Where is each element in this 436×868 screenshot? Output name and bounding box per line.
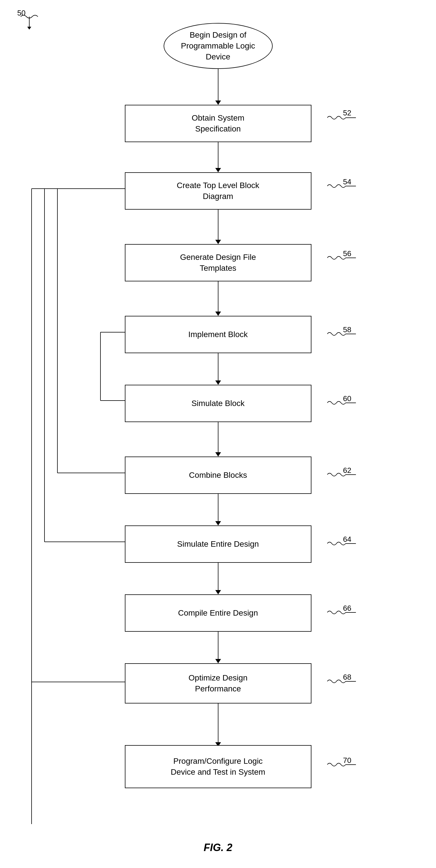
svg-marker-11 (215, 452, 221, 457)
block-52: Obtain System Specification (125, 105, 311, 142)
svg-marker-1 (215, 100, 221, 105)
ref-label-68: 68 (343, 673, 351, 682)
block-start: Begin Design of Programmable Logic Devic… (164, 23, 273, 69)
ref-label-66: 66 (343, 604, 351, 613)
block-56: Generate Design File Templates (125, 244, 311, 281)
ref-label-56: 56 (343, 249, 351, 258)
svg-marker-9 (215, 380, 221, 385)
block-64: Simulate Entire Design (125, 525, 311, 563)
ref-label-54: 54 (343, 178, 351, 186)
svg-marker-17 (215, 659, 221, 663)
svg-marker-7 (215, 312, 221, 316)
ref-label-52: 52 (343, 108, 351, 118)
svg-marker-3 (215, 168, 221, 172)
svg-marker-13 (215, 521, 221, 525)
block-62: Combine Blocks (125, 457, 311, 494)
ref-label-62: 62 (343, 466, 351, 475)
block-60: Simulate Block (125, 385, 311, 422)
svg-marker-5 (215, 240, 221, 244)
block-70: Program/Configure Logic Device and Test … (125, 745, 311, 788)
svg-marker-15 (215, 590, 221, 594)
ref-label-60: 60 (343, 394, 351, 403)
ref-label-64: 64 (343, 535, 351, 544)
figure-label: FIG. 2 (204, 842, 232, 854)
flowchart-container: 50 Begin Design of Programmable Logic De… (0, 0, 436, 868)
block-58: Implement Block (125, 316, 311, 353)
block-68: Optimize Design Performance (125, 663, 311, 704)
ref-50-arrow-svg (18, 14, 41, 30)
ref-label-58: 58 (343, 325, 351, 334)
svg-marker-39 (27, 27, 31, 30)
block-66: Compile Entire Design (125, 594, 311, 632)
ref-label-70: 70 (343, 756, 351, 765)
block-54: Create Top Level Block Diagram (125, 172, 311, 210)
